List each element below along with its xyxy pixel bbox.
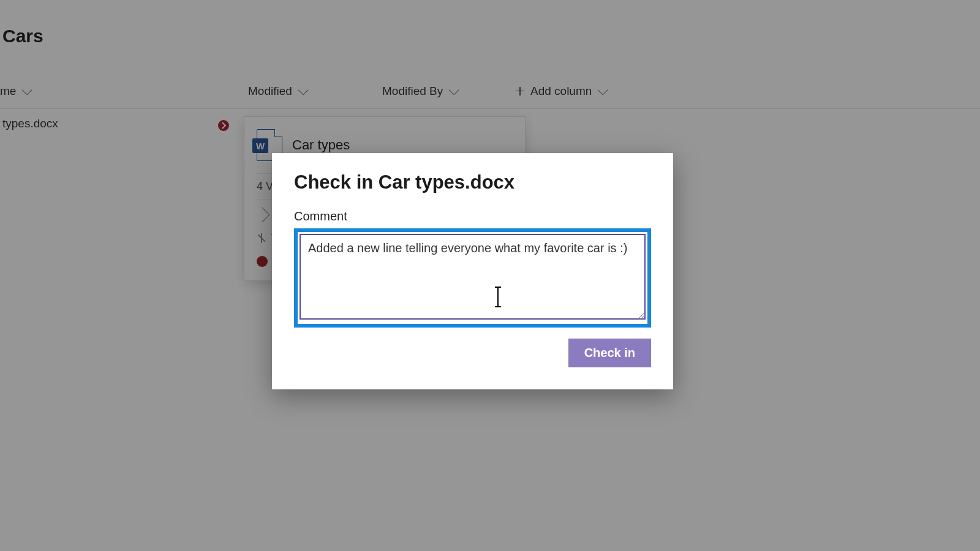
comment-textarea[interactable] bbox=[300, 234, 646, 320]
check-in-dialog: Check in Car types.docx Comment Check in bbox=[272, 153, 673, 389]
check-in-button[interactable]: Check in bbox=[568, 339, 651, 367]
text-cursor-icon bbox=[497, 288, 499, 306]
dialog-title: Check in Car types.docx bbox=[294, 171, 651, 193]
comment-label: Comment bbox=[294, 209, 651, 223]
highlight-frame bbox=[294, 228, 651, 328]
